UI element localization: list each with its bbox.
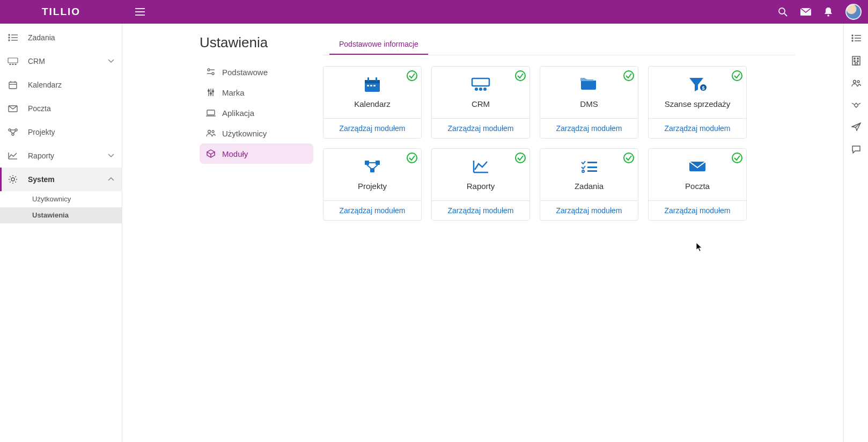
manage-module-link[interactable]: Zarządzaj modułem xyxy=(665,206,731,215)
tabs: Podstawowe informacje xyxy=(323,34,795,55)
sidebar-item-system[interactable]: System xyxy=(0,168,122,191)
mail-icon xyxy=(688,159,707,174)
settings-nav-uzytkownicy[interactable]: Użytkownicy xyxy=(200,123,313,143)
gear-icon xyxy=(8,175,18,184)
sidebar-item-label: Kalendarz xyxy=(28,81,114,89)
svg-rect-89 xyxy=(855,63,857,65)
crm-icon xyxy=(8,57,18,65)
module-card-szanse-sprzedazy: $ Szanse sprzedaży Zarządzaj modułem xyxy=(648,66,747,139)
svg-line-27 xyxy=(13,131,16,133)
module-card-zadania: Zadania Zarządzaj modułem xyxy=(540,148,638,221)
topbar-right xyxy=(778,4,868,20)
svg-point-61 xyxy=(407,153,417,163)
svg-point-41 xyxy=(208,131,211,133)
svg-rect-51 xyxy=(373,85,376,86)
svg-point-55 xyxy=(479,88,482,91)
sidebar: Zadania CRM Kalendarz Poczta xyxy=(0,24,122,442)
svg-point-37 xyxy=(210,93,212,95)
manage-module-link[interactable]: Zarządzaj modułem xyxy=(448,206,514,215)
svg-rect-48 xyxy=(376,77,377,81)
svg-point-57 xyxy=(624,71,634,81)
manage-module-link[interactable]: Zarządzaj modułem xyxy=(448,124,514,133)
svg-point-38 xyxy=(212,91,214,92)
svg-point-56 xyxy=(483,88,487,91)
settings-nav-marka[interactable]: Marka xyxy=(200,82,313,103)
crm-icon xyxy=(471,77,490,92)
sidebar-subitem-uzytkownicy[interactable]: Użytkownicy xyxy=(0,191,122,207)
settings-nav-aplikacja[interactable]: Aplikacja xyxy=(200,103,313,123)
sidebar-item-kalendarz[interactable]: Kalendarz xyxy=(0,73,122,97)
search-icon[interactable] xyxy=(778,7,788,17)
settings-nav-moduly[interactable]: Moduły xyxy=(200,143,313,164)
manage-module-link[interactable]: Zarządzaj modułem xyxy=(556,124,622,133)
chat-icon[interactable] xyxy=(851,145,861,154)
svg-point-71 xyxy=(624,153,634,163)
tab-podstawowe-informacje[interactable]: Podstawowe informacje xyxy=(329,34,428,55)
hamburger-icon[interactable] xyxy=(135,8,145,16)
module-name: DMS xyxy=(580,99,598,108)
sidebar-item-zadania[interactable]: Zadania xyxy=(0,26,122,49)
manage-module-link[interactable]: Zarządzaj modułem xyxy=(340,206,406,215)
svg-line-66 xyxy=(367,165,371,169)
list-icon[interactable] xyxy=(851,34,861,42)
brand-icon xyxy=(206,88,216,97)
users-icon[interactable] xyxy=(851,79,862,87)
users-icon xyxy=(206,129,216,137)
reports-icon xyxy=(8,152,18,160)
svg-point-28 xyxy=(11,178,14,181)
sidebar-item-label: CRM xyxy=(28,57,98,66)
manage-module-link[interactable]: Zarządzaj modułem xyxy=(665,124,731,133)
settings-nav-label: Użytkownicy xyxy=(222,129,267,138)
svg-point-9 xyxy=(9,37,10,38)
svg-rect-17 xyxy=(9,82,17,89)
manage-module-link[interactable]: Zarządzaj modułem xyxy=(556,206,622,215)
module-name: Zadania xyxy=(575,182,604,191)
svg-point-42 xyxy=(212,131,214,133)
svg-point-29 xyxy=(208,69,210,71)
svg-line-67 xyxy=(373,165,378,169)
bell-icon[interactable] xyxy=(824,7,833,17)
svg-rect-49 xyxy=(367,85,369,86)
settings-nav-podstawowe[interactable]: Podstawowe xyxy=(200,62,313,82)
sidebar-item-crm[interactable]: CRM xyxy=(0,49,122,73)
svg-rect-39 xyxy=(207,110,215,115)
module-grid: Kalendarz Zarządzaj modułem CRM xyxy=(323,66,795,221)
building-icon[interactable] xyxy=(852,56,860,66)
svg-text:$: $ xyxy=(702,85,704,91)
page-title: Ustawienia xyxy=(200,34,313,51)
list-icon xyxy=(8,34,18,41)
send-icon[interactable] xyxy=(851,122,861,131)
svg-rect-72 xyxy=(587,162,597,163)
svg-rect-84 xyxy=(852,56,860,65)
sidebar-subitem-ustawienia[interactable]: Ustawienia xyxy=(0,207,122,223)
module-name: Projekty xyxy=(358,182,387,191)
svg-point-31 xyxy=(212,73,214,75)
svg-point-15 xyxy=(12,64,13,65)
svg-line-4 xyxy=(784,13,787,16)
module-name: Szanse sprzedaży xyxy=(665,99,731,108)
svg-rect-46 xyxy=(365,80,380,83)
settings-nav-label: Marka xyxy=(222,88,245,97)
sidebar-item-raporty[interactable]: Raporty xyxy=(0,144,122,168)
svg-point-80 xyxy=(852,38,853,39)
svg-point-44 xyxy=(407,71,417,81)
svg-point-3 xyxy=(779,8,785,14)
manage-module-link[interactable]: Zarządzaj modułem xyxy=(340,124,406,133)
mail-icon[interactable] xyxy=(800,8,811,16)
svg-point-76 xyxy=(732,153,742,163)
svg-point-23 xyxy=(15,129,17,131)
sidebar-item-label: Poczta xyxy=(28,104,114,113)
sidebar-item-poczta[interactable]: Poczta xyxy=(0,97,122,120)
sidebar-item-projekty[interactable]: Projekty xyxy=(0,120,122,144)
sliders-icon xyxy=(206,68,216,76)
avatar[interactable] xyxy=(845,4,862,20)
svg-point-74 xyxy=(582,170,584,172)
funnel-icon: $ xyxy=(688,77,707,92)
svg-rect-73 xyxy=(587,166,597,168)
module-card-poczta: Poczta Zarządzaj modułem xyxy=(648,148,747,221)
handshake-icon[interactable] xyxy=(851,101,862,108)
right-activity-bar xyxy=(843,24,868,442)
check-circle-icon xyxy=(406,152,418,164)
check-circle-icon xyxy=(514,152,526,164)
mail-icon xyxy=(8,105,18,112)
